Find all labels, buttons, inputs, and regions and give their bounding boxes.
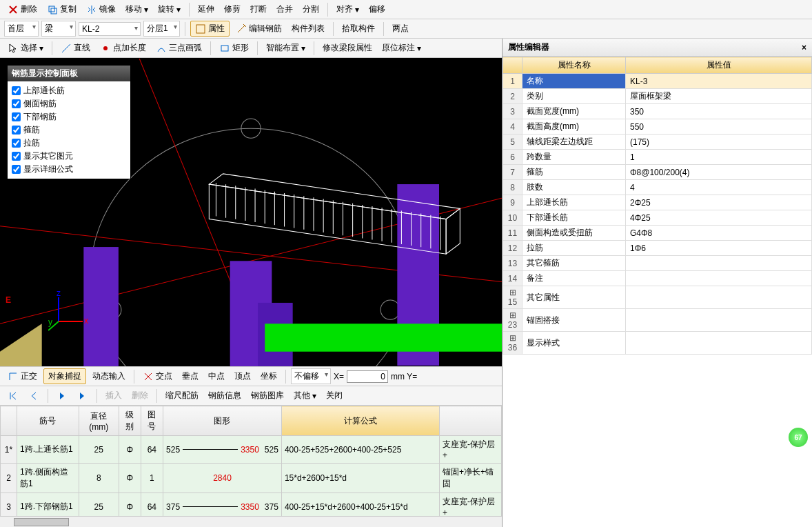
viewport-3d[interactable]: 钢筋显示控制面板 上部通长筋侧面钢筋下部钢筋箍筋拉筋显示其它图元显示详细公式 [0, 58, 502, 366]
prop-row[interactable]: ⊞ 36显示样式 [503, 332, 812, 355]
svg-marker-18 [0, 324, 42, 366]
offset-mode-dropdown[interactable]: 不偏移 [291, 368, 331, 384]
svg-rect-17 [265, 324, 502, 351]
pick-component-button[interactable]: 拾取构件 [338, 21, 378, 36]
ortho-toggle[interactable]: 正交 [4, 369, 41, 384]
rebar-info-button[interactable]: 钢筋信息 [205, 388, 245, 403]
rebar-check-5[interactable]: 显示其它图元 [12, 150, 126, 163]
nav-last[interactable] [74, 389, 92, 403]
split-button[interactable]: 分割 [299, 2, 323, 17]
floor-dropdown[interactable]: 首层 [4, 21, 39, 37]
copy-icon [47, 4, 58, 15]
layer-dropdown[interactable]: 分层1 [143, 21, 180, 37]
prop-row[interactable]: 11侧面构造或受扭筋G4Φ8 [503, 226, 812, 241]
rebar-panel-title: 钢筋显示控制面板 [8, 66, 130, 81]
x-label: X= [334, 372, 344, 381]
rebar-grid[interactable]: 筋号 直径(mm) 级别 图号 图形 计算公式 1*1跨.上通长筋125Φ645… [0, 406, 502, 516]
move-button[interactable]: 移动 ▾ [122, 2, 152, 17]
svg-rect-13 [83, 247, 119, 366]
component-dropdown[interactable]: KL-2 [79, 22, 141, 36]
prop-row[interactable]: 8肢数4 [503, 180, 812, 195]
offset-button[interactable]: 偏移 [365, 2, 389, 17]
prop-row[interactable]: 6跨数量1 [503, 150, 812, 165]
rebar-row[interactable]: 21跨.侧面构造筋18Φ1284015*d+2600+15*d锚固+净长+锚固 [1, 464, 502, 493]
scale-rebar-button[interactable]: 缩尺配筋 [162, 388, 202, 403]
rebar-check-2[interactable]: 下部钢筋 [12, 110, 126, 123]
rebar-check-0[interactable]: 上部通长筋 [12, 84, 126, 97]
prop-row[interactable]: 9上部通长筋2Φ25 [503, 195, 812, 210]
category-dropdown[interactable]: 梁 [41, 21, 76, 37]
trim-button[interactable]: 修剪 [221, 2, 244, 17]
break-button[interactable]: 打断 [247, 2, 270, 17]
property-table[interactable]: 属性名称 属性值 1名称KL-32类别屋面框架梁3截面宽度(mm)3504截面高… [503, 57, 812, 355]
add-length-button[interactable]: 点加长度 [97, 41, 150, 55]
prop-row[interactable]: 1名称KL-3 [503, 74, 812, 89]
nav-next[interactable] [53, 389, 71, 403]
cursor-icon [8, 43, 19, 54]
rebar-check-3[interactable]: 箍筋 [12, 123, 126, 137]
extend-button[interactable]: 延伸 [194, 2, 218, 17]
rebar-row[interactable]: 1*1跨.上通长筋125Φ645253350525400-25+525+2600… [1, 436, 502, 464]
rebar-check-1[interactable]: 侧面钢筋 [12, 97, 126, 110]
rebar-lib-button[interactable]: 钢筋图库 [247, 388, 287, 403]
prop-row[interactable]: 13其它箍筋 [503, 256, 812, 271]
arc-button[interactable]: 三点画弧 [152, 41, 205, 55]
toolbar-draw: 选择 ▾ 直线 点加长度 三点画弧 矩形 智能布置 ▾ 修改梁段属性 原位标注 … [0, 39, 502, 58]
rotate-button[interactable]: 旋转 ▾ [154, 2, 184, 17]
prop-row[interactable]: 7箍筋Φ8@100/200(4) [503, 165, 812, 180]
rebar-check-4[interactable]: 拉筋 [12, 137, 126, 150]
prop-row[interactable]: 14备注 [503, 271, 812, 286]
mid-snap[interactable]: 中点 [205, 369, 228, 384]
intersect-snap[interactable]: 交点 [139, 369, 176, 384]
line-button[interactable]: 直线 [57, 41, 94, 55]
next-icon [57, 390, 68, 401]
coord-snap[interactable]: 坐标 [257, 369, 281, 384]
arc-icon [156, 43, 167, 54]
notification-badge[interactable]: 67 [789, 428, 808, 447]
rebar-row[interactable]: 31跨.下部钢筋125Φ643753350375400-25+15*d+2600… [1, 493, 502, 517]
component-list-button[interactable]: 构件列表 [288, 21, 328, 36]
vertex-snap[interactable]: 顶点 [231, 369, 254, 384]
mirror-button[interactable]: 镜像 [83, 2, 119, 17]
prop-row[interactable]: ⊞ 15其它属性 [503, 286, 812, 309]
svg-rect-1 [51, 8, 57, 14]
prop-row[interactable]: 10下部通长筋4Φ25 [503, 210, 812, 226]
property-icon [195, 23, 206, 34]
smart-layout-button[interactable]: 智能布置 ▾ [263, 41, 309, 55]
two-point-button[interactable]: 两点 [389, 21, 412, 36]
prop-row[interactable]: ⊞ 23锚固搭接 [503, 309, 812, 332]
copy-button[interactable]: 复制 [43, 2, 80, 17]
rebar-display-panel[interactable]: 钢筋显示控制面板 上部通长筋侧面钢筋下部钢筋箍筋拉筋显示其它图元显示详细公式 [7, 65, 131, 179]
prop-row[interactable]: 12拉筋1Φ6 [503, 241, 812, 256]
horizontal-scrollbar[interactable] [0, 516, 502, 527]
rebar-check-6[interactable]: 显示详细公式 [12, 163, 126, 176]
prop-row[interactable]: 5轴线距梁左边线距(175) [503, 135, 812, 150]
other-button[interactable]: 其他 ▾ [290, 388, 320, 403]
delete-row-button[interactable]: 删除 [128, 388, 152, 403]
toolbar-edit: 删除 复制 镜像 移动 ▾ 旋转 ▾ 延伸 修剪 打断 合并 分割 对齐 ▾ 偏… [0, 0, 812, 19]
merge-button[interactable]: 合并 [273, 2, 296, 17]
insert-button[interactable]: 插入 [102, 388, 125, 403]
modify-beam-button[interactable]: 修改梁段属性 [319, 41, 376, 55]
status-bar: 正交 对象捕捉 动态输入 交点 垂点 中点 顶点 坐标 不偏移 X= mm Y= [0, 367, 502, 386]
delete-button[interactable]: 删除 [4, 2, 41, 17]
perp-snap[interactable]: 垂点 [179, 369, 202, 384]
rebar-action-bar: 插入 删除 缩尺配筋 钢筋信息 钢筋图库 其他 ▾ 关闭 [0, 386, 502, 406]
dyninput-toggle[interactable]: 动态输入 [89, 369, 129, 384]
x-input[interactable] [347, 370, 388, 383]
prop-row[interactable]: 3截面宽度(mm)350 [503, 104, 812, 119]
osnap-toggle[interactable]: 对象捕捉 [43, 368, 86, 384]
nav-first[interactable] [4, 389, 22, 403]
ortho-icon [8, 371, 19, 382]
prop-row[interactable]: 2类别屋面框架梁 [503, 89, 812, 104]
edit-rebar-button[interactable]: 编辑钢筋 [232, 21, 285, 36]
prop-row[interactable]: 4截面高度(mm)550 [503, 119, 812, 135]
prop-close-icon[interactable]: × [802, 43, 806, 52]
orig-anno-button[interactable]: 原位标注 ▾ [378, 41, 425, 55]
close-button[interactable]: 关闭 [323, 388, 346, 403]
attrib-button[interactable]: 属性 [190, 21, 230, 37]
align-button[interactable]: 对齐 ▾ [333, 2, 363, 17]
select-button[interactable]: 选择 ▾ [4, 41, 47, 55]
rect-button[interactable]: 矩形 [216, 41, 252, 55]
nav-prev[interactable] [25, 389, 43, 403]
